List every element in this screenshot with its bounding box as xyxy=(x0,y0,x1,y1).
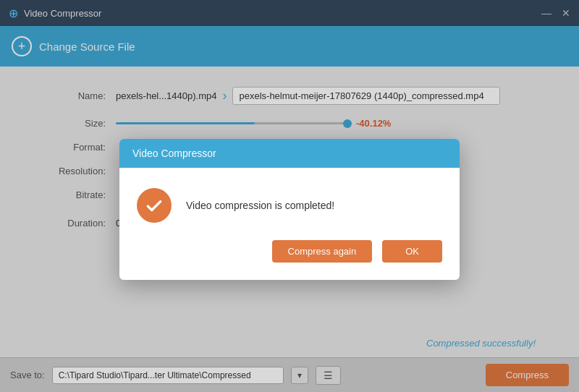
completion-modal: Video Compressor Video compression is co… xyxy=(119,139,460,280)
modal-message-row: Video compression is completed! xyxy=(137,188,442,223)
checkmark-svg xyxy=(145,196,164,215)
title-bar-left: ⊕ Video Compressor xyxy=(9,7,101,20)
modal-header: Video Compressor xyxy=(119,139,460,168)
modal-message-text: Video compression is completed! xyxy=(186,200,334,211)
window-controls: — ✕ xyxy=(541,7,570,19)
modal-body: Video compression is completed! Compress… xyxy=(119,168,460,280)
compress-again-button[interactable]: Compress again xyxy=(272,240,373,263)
modal-overlay: Video Compressor Video compression is co… xyxy=(0,26,579,392)
modal-ok-button[interactable]: OK xyxy=(382,240,442,263)
app-icon: ⊕ xyxy=(9,7,18,20)
check-circle-icon xyxy=(137,188,172,223)
minimize-button[interactable]: — xyxy=(541,7,551,19)
close-button[interactable]: ✕ xyxy=(562,7,570,19)
title-bar: ⊕ Video Compressor — ✕ xyxy=(0,0,579,26)
modal-buttons: Compress again OK xyxy=(137,240,442,263)
app-title: Video Compressor xyxy=(24,8,101,19)
